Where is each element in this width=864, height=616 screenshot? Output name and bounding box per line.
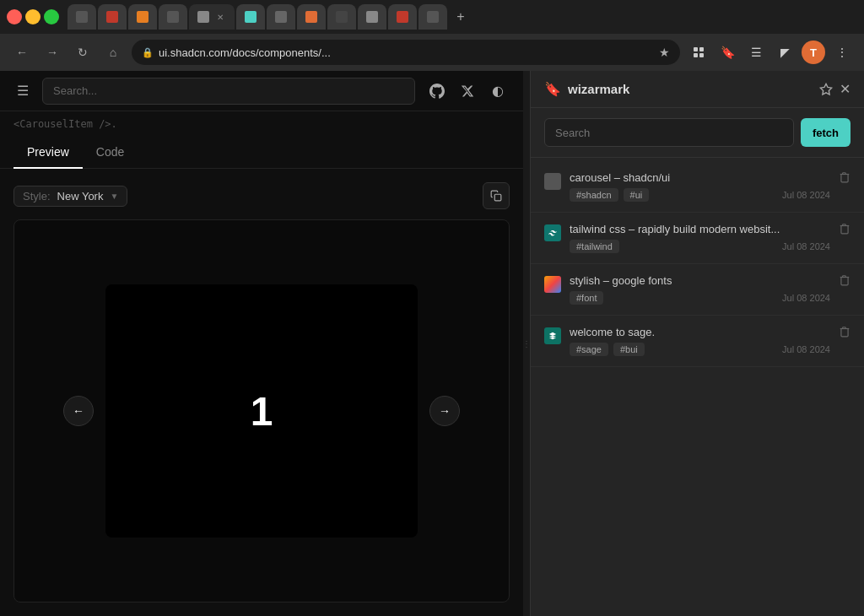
home-btn[interactable]: ⌂ (101, 41, 125, 64)
url-text: ui.shadcn.com/docs/components/... (159, 46, 654, 59)
wiz-header-actions: ✕ (819, 81, 850, 97)
tab-bar: ✕ − + ✕ (0, 0, 864, 34)
bookmark-item-0[interactable]: carousel – shadcn/ui #shadcn #ui Jul 08 … (531, 161, 864, 213)
bookmark-title-0: carousel – shadcn/ui (570, 171, 830, 184)
tabs-row: ✕ + (68, 4, 857, 30)
bookmark-tag-0-0: #shadcn (570, 188, 618, 202)
browser-tab-active[interactable]: ✕ (189, 4, 235, 30)
window-minimize-btn[interactable]: − (25, 9, 40, 24)
sidebar-toggle-btn[interactable]: ☰ (744, 41, 768, 64)
browser-tab-11[interactable] (388, 4, 417, 30)
tab-favicon-12 (427, 11, 439, 23)
bookmark-delete-btn-1[interactable] (839, 223, 850, 235)
wiz-search-input[interactable] (544, 118, 794, 147)
tab-favicon-7 (275, 11, 287, 23)
wiz-close-btn[interactable]: ✕ (840, 81, 850, 97)
tab-preview[interactable]: Preview (14, 137, 83, 169)
bookmark-date-3: Jul 08 2024 (782, 344, 830, 354)
docs-right-icons: ◐ (425, 79, 510, 103)
tab-favicon-11 (397, 11, 408, 23)
bookmark-tags-row-3: #sage #bui Jul 08 2024 (570, 343, 830, 356)
bookmark-title-3: welcome to sage. (570, 326, 830, 338)
docs-search-bar[interactable]: Search... (42, 78, 415, 105)
bookmark-item-3[interactable]: welcome to sage. #sage #bui Jul 08 2024 (531, 316, 864, 367)
copy-btn[interactable] (483, 182, 510, 209)
tab-close-active[interactable]: ✕ (214, 11, 226, 23)
github-icon-btn[interactable] (425, 79, 449, 103)
wizarmark-panel: 🔖 wizarmark ✕ fetch carousel – shadcn/ui (530, 71, 864, 616)
wiz-pin-btn[interactable] (819, 83, 833, 96)
wiz-title-row: 🔖 wizarmark (544, 81, 629, 97)
docs-menu-btn[interactable]: ☰ (14, 79, 32, 102)
bookmark-tag-1-0: #tailwind (570, 240, 619, 253)
window-maximize-btn[interactable]: + (44, 9, 59, 24)
address-bar[interactable]: 🔒 ui.shadcn.com/docs/components/... ★ (132, 40, 680, 65)
tab-favicon-1 (76, 11, 88, 23)
browser-tab-12[interactable] (418, 4, 447, 30)
back-btn[interactable]: ← (10, 41, 34, 64)
svg-rect-3 (699, 53, 704, 57)
bookmark-btn[interactable]: 🔖 (716, 41, 739, 64)
browser-tab-4[interactable] (159, 4, 187, 30)
svg-rect-0 (694, 47, 698, 51)
extensions-btn[interactable] (687, 41, 710, 64)
bookmark-favicon-1 (544, 224, 561, 241)
window-close-btn[interactable]: ✕ (7, 9, 22, 24)
profile-avatar[interactable]: T (802, 41, 825, 64)
wiz-header: 🔖 wizarmark ✕ (531, 71, 864, 108)
style-label: Style: (23, 190, 51, 203)
wizarmark-bookmark-icon: 🔖 (544, 81, 561, 97)
new-tab-btn[interactable]: + (449, 5, 472, 29)
docs-tabs: Preview Code (0, 137, 523, 169)
split-view-btn[interactable]: ◤ (773, 41, 796, 64)
svg-rect-1 (699, 47, 704, 51)
carousel-next-btn[interactable]: → (429, 396, 460, 426)
browser-tab-3[interactable] (128, 4, 157, 30)
browser-tab-2[interactable] (98, 4, 127, 30)
twitter-icon-btn[interactable] (456, 79, 479, 103)
tab-favicon-10 (366, 11, 378, 23)
browser-tab-1[interactable] (68, 4, 96, 30)
bookmark-date-1: Jul 08 2024 (782, 241, 830, 251)
docs-toolbar: ☰ Search... ◐ (0, 71, 523, 111)
bookmark-tag-3-0: #sage (570, 343, 608, 356)
reload-btn[interactable]: ↻ (71, 41, 94, 64)
browser-tab-9[interactable] (327, 4, 356, 30)
tab-code[interactable]: Code (83, 137, 138, 169)
browser-tab-7[interactable] (267, 4, 295, 30)
tab-favicon-active (197, 11, 209, 23)
tab-favicon-4 (167, 11, 179, 23)
browser-tab-10[interactable] (358, 4, 386, 30)
menu-btn[interactable]: ⋮ (830, 41, 854, 64)
carousel-prev-btn[interactable]: ← (63, 396, 94, 426)
bookmark-delete-btn-3[interactable] (839, 326, 850, 338)
bookmark-item-1[interactable]: tailwind css – rapidly build modern webs… (531, 213, 864, 264)
theme-toggle-btn[interactable]: ◐ (486, 79, 510, 103)
bookmark-content-1: tailwind css – rapidly build modern webs… (570, 223, 830, 253)
browser-tab-6[interactable] (236, 4, 265, 30)
tab-favicon-6 (245, 11, 256, 23)
bookmark-item-2[interactable]: stylish – google fonts #font Jul 08 2024 (531, 264, 864, 316)
bookmark-content-2: stylish – google fonts #font Jul 08 2024 (570, 274, 830, 305)
bookmark-title-2: stylish – google fonts (570, 274, 830, 287)
wiz-fetch-btn[interactable]: fetch (801, 118, 850, 147)
bookmark-delete-btn-2[interactable] (839, 274, 850, 286)
resize-handle[interactable]: ⋮ (523, 71, 530, 616)
breadcrumb: <CarouselItem />. (0, 111, 523, 137)
bookmark-tag-2-0: #font (570, 291, 603, 305)
style-selector[interactable]: Style: New York ▼ (14, 186, 127, 207)
browser-chrome: ✕ − + ✕ (0, 0, 864, 71)
tab-favicon-9 (336, 11, 348, 23)
bookmark-star-icon: ★ (659, 46, 670, 59)
bookmark-tags-row-0: #shadcn #ui Jul 08 2024 (570, 188, 830, 202)
tab-favicon-2 (106, 11, 118, 23)
bookmark-tags-row-1: #tailwind Jul 08 2024 (570, 240, 830, 253)
lock-icon: 🔒 (142, 47, 154, 58)
browser-tab-8[interactable] (297, 4, 326, 30)
bookmark-tag-3-1: #bui (613, 343, 645, 356)
forward-btn[interactable]: → (40, 41, 64, 64)
bookmark-date-2: Jul 08 2024 (782, 293, 830, 303)
nav-bar: ← → ↻ ⌂ 🔒 ui.shadcn.com/docs/components/… (0, 34, 864, 71)
bookmark-tags-row-2: #font Jul 08 2024 (570, 291, 830, 305)
bookmark-delete-btn-0[interactable] (839, 171, 850, 183)
